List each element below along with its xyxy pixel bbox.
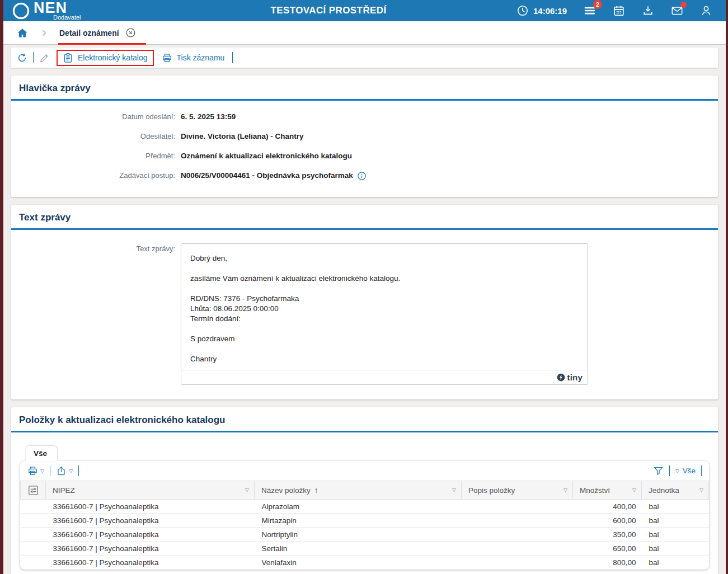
message-header-section: Hlavička zprávy Datum odeslání: 6. 5. 20… bbox=[11, 76, 718, 197]
header-icon-group: 14:06:19 2 bbox=[516, 4, 712, 17]
nipez-link[interactable]: 33661600-7 | Psychoanaleptika bbox=[46, 542, 255, 556]
grid-toolbar: ▽ ▽ ▽ Vše bbox=[20, 461, 709, 481]
items-grid: ▽ ▽ ▽ Vše bbox=[20, 461, 709, 570]
field-label: Datum odeslání: bbox=[11, 111, 175, 123]
grid-tab-label: Vše bbox=[34, 449, 47, 458]
item-qty: 400,00 bbox=[573, 500, 642, 514]
logo-text: NEN bbox=[34, 1, 81, 16]
nipez-link[interactable]: 33661600-7 | Psychoanaleptika bbox=[46, 556, 255, 570]
nipez-link[interactable]: 33661600-7 | Psychoanaleptika bbox=[46, 514, 255, 528]
table-row: 33661600-7 | Psychoanaleptika Nortriptyl… bbox=[21, 528, 709, 542]
close-tab-icon[interactable] bbox=[125, 27, 136, 38]
unit-link[interactable]: bal bbox=[642, 514, 709, 528]
item-desc bbox=[462, 528, 573, 542]
item-qty: 800,00 bbox=[573, 556, 642, 570]
nipez-link[interactable]: 33661600-7 | Psychoanaleptika bbox=[46, 500, 255, 514]
server-time: 14:06:19 bbox=[533, 6, 567, 16]
grid-tab-vse[interactable]: Vše bbox=[26, 446, 57, 461]
export-icon[interactable] bbox=[56, 465, 67, 476]
items-table: NIPEZ ▽ Název položky ↑ ▽ bbox=[20, 481, 709, 570]
unit-link[interactable]: bal bbox=[642, 556, 709, 570]
elektronicky-katalog-button[interactable]: Elektronický katalog bbox=[57, 50, 154, 66]
app-window: NEN Dodavatel TESTOVACÍ PROSTŘEDÍ 14:06:… bbox=[3, 0, 726, 574]
item-desc bbox=[462, 556, 573, 570]
info-icon[interactable] bbox=[357, 171, 367, 181]
field-label: Předmět: bbox=[11, 150, 175, 162]
field-value: Divine. Victoria (Leliana) - Chantry bbox=[181, 131, 304, 142]
item-qty: 600,00 bbox=[573, 514, 642, 528]
nen-logo[interactable]: NEN Dodavatel bbox=[12, 1, 81, 21]
sort-ascending-icon: ↑ bbox=[314, 486, 318, 495]
section-title: Text zprávy bbox=[19, 212, 710, 223]
export-options-caret[interactable]: ▽ bbox=[69, 468, 73, 474]
table-header-row: NIPEZ ▽ Název položky ↑ ▽ bbox=[21, 481, 709, 500]
item-qty: 350,00 bbox=[573, 528, 642, 542]
view-selector-value[interactable]: Vše bbox=[683, 467, 696, 475]
tab-detail-oznameni[interactable]: Detail oznámení bbox=[59, 21, 146, 44]
field-value: N006/25/V00004461 - Objednávka psychofar… bbox=[181, 170, 353, 181]
print-record-button[interactable]: Tisk záznamu bbox=[162, 53, 225, 63]
user-profile-icon[interactable] bbox=[700, 4, 712, 17]
printer-icon bbox=[162, 53, 172, 63]
filter-caret-icon[interactable]: ▽ bbox=[699, 487, 703, 493]
table-row: 33661600-7 | Psychoanaleptika Venlafaxin… bbox=[21, 556, 709, 570]
breadcrumb: Detail oznámení bbox=[3, 21, 726, 45]
item-desc bbox=[462, 542, 573, 556]
catalog-button-label: Elektronický katalog bbox=[78, 53, 148, 62]
divider bbox=[78, 465, 79, 476]
filter-caret-icon[interactable]: ▽ bbox=[245, 487, 249, 493]
menu-button[interactable]: 2 bbox=[584, 4, 596, 17]
column-header-nazev-polozky[interactable]: Název položky ↑ ▽ bbox=[255, 481, 462, 500]
divider bbox=[669, 465, 670, 476]
item-name: Alprazolam bbox=[255, 500, 462, 514]
section-title: Položky k aktualizaci elektronického kat… bbox=[19, 415, 710, 426]
grid-print-icon[interactable] bbox=[27, 465, 38, 476]
tinymce-brand: tiny bbox=[567, 373, 583, 382]
column-header-mnozstvi[interactable]: Množství ▽ bbox=[573, 481, 642, 500]
column-chooser-cell[interactable] bbox=[21, 481, 46, 500]
table-row: 33661600-7 | Psychoanaleptika Alprazolam… bbox=[21, 500, 709, 514]
filter-caret-icon[interactable]: ▽ bbox=[452, 487, 456, 493]
filter-caret-icon[interactable]: ▽ bbox=[563, 487, 567, 493]
column-header-nipez[interactable]: NIPEZ ▽ bbox=[46, 481, 255, 500]
column-header-jednotka[interactable]: Jednotka ▽ bbox=[642, 481, 709, 500]
print-button-label: Tisk záznamu bbox=[177, 53, 225, 62]
filter-funnel-icon[interactable] bbox=[653, 465, 664, 476]
chevron-right-icon bbox=[40, 29, 48, 37]
home-icon[interactable] bbox=[17, 27, 28, 39]
record-toolbar: Elektronický katalog Tisk záznamu bbox=[11, 48, 718, 68]
tinymce-logo-icon bbox=[557, 373, 565, 382]
divider bbox=[701, 465, 702, 476]
message-text-section: Text zprávy Text zprávy: Dobrý den, zasí… bbox=[11, 205, 718, 399]
logo-subtitle: Dodavatel bbox=[53, 15, 81, 21]
unit-link[interactable]: bal bbox=[642, 500, 709, 514]
nipez-link[interactable]: 33661600-7 | Psychoanaleptika bbox=[46, 528, 255, 542]
field-label: Zadávací postup: bbox=[11, 170, 175, 181]
field-odesilatel: Odesílatel: Divine. Victoria (Leliana) -… bbox=[11, 131, 718, 142]
column-chooser-icon bbox=[27, 484, 39, 496]
divider bbox=[232, 52, 233, 63]
inbox-download-icon[interactable] bbox=[642, 4, 654, 17]
editor-footer: tiny bbox=[181, 370, 588, 384]
catalog-items-section: Položky k aktualizaci elektronického kat… bbox=[11, 407, 718, 574]
calendar-icon[interactable] bbox=[613, 4, 625, 17]
message-text-content: Dobrý den, zasíláme Vám oznámení k aktua… bbox=[181, 244, 588, 370]
view-selector-caret[interactable]: ▽ bbox=[675, 468, 679, 474]
section-title: Hlavička zprávy bbox=[19, 83, 710, 94]
filter-caret-icon[interactable]: ▽ bbox=[632, 487, 636, 493]
field-predmet: Předmět: Oznámení k aktualizaci elektron… bbox=[11, 150, 718, 162]
refresh-icon[interactable] bbox=[17, 53, 27, 63]
edit-pencil-icon[interactable] bbox=[39, 53, 50, 63]
item-qty: 650,00 bbox=[573, 542, 642, 556]
message-editor[interactable]: Dobrý den, zasíláme Vám oznámení k aktua… bbox=[181, 243, 588, 385]
messages-button[interactable] bbox=[671, 4, 683, 17]
print-options-caret[interactable]: ▽ bbox=[40, 468, 44, 474]
unit-link[interactable]: bal bbox=[642, 528, 709, 542]
unread-dot bbox=[680, 2, 687, 8]
notification-badge: 2 bbox=[593, 0, 602, 9]
column-header-popis-polozky[interactable]: Popis položky ▽ bbox=[462, 481, 573, 500]
item-name: Sertalin bbox=[255, 542, 462, 556]
field-value: 6. 5. 2025 13:59 bbox=[181, 111, 236, 123]
unit-link[interactable]: bal bbox=[642, 542, 709, 556]
catalog-clipboard-icon bbox=[63, 53, 73, 63]
